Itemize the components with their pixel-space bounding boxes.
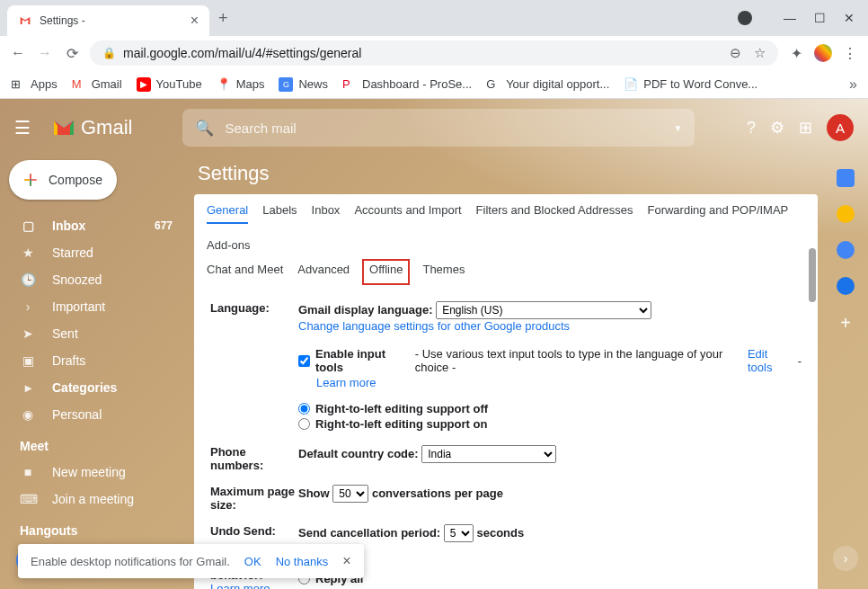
google-icon: G	[486, 77, 500, 92]
bookmark-dashboard[interactable]: PDashboard - ProSe...	[342, 77, 472, 92]
display-language-select[interactable]: English (US)	[436, 301, 651, 319]
tab-inbox[interactable]: Inbox	[312, 203, 341, 224]
news-icon: G	[279, 77, 293, 92]
close-window-button[interactable]: ✕	[844, 11, 855, 25]
sidebar-join-meeting[interactable]: ⌨Join a meeting	[0, 486, 182, 513]
apps-icon: ⊞	[11, 77, 25, 92]
rtl-off-radio[interactable]	[298, 403, 310, 415]
bookmarks-overflow[interactable]: »	[849, 76, 857, 93]
settings-tabs: General Labels Inbox Accounts and Import…	[194, 194, 818, 257]
support-icon[interactable]: ?	[747, 119, 756, 138]
learn-more-link[interactable]: Learn more	[316, 376, 376, 389]
tab-advanced[interactable]: Advanced	[297, 263, 350, 281]
sidebar-item-sent[interactable]: ➤Sent	[0, 320, 182, 347]
contacts-icon[interactable]	[837, 277, 855, 295]
pdf-icon: 📄	[624, 77, 638, 92]
toast-close-icon[interactable]: ×	[342, 553, 350, 569]
clock-icon: 🕒	[20, 272, 36, 287]
enable-input-tools-checkbox[interactable]	[298, 355, 310, 367]
bookmark-pdf[interactable]: 📄PDF to Word Conve...	[624, 77, 757, 92]
change-lang-link[interactable]: Change language settings for other Googl…	[298, 319, 570, 333]
important-icon: ›	[20, 299, 36, 314]
gmail-favicon	[18, 13, 32, 28]
sidebar-item-starred[interactable]: ★Starred	[0, 239, 182, 266]
sidebar-item-categories[interactable]: ▸Categories	[0, 374, 182, 401]
gmail-sidebar: Compose ▢Inbox677 ★Starred 🕒Snoozed ›Imp…	[0, 156, 182, 589]
sidebar-item-snoozed[interactable]: 🕒Snoozed	[0, 266, 182, 293]
tab-title: Settings -	[40, 14, 183, 27]
tab-addons[interactable]: Add-ons	[207, 238, 250, 257]
tab-general[interactable]: General	[207, 203, 248, 224]
chrome-menu-icon[interactable]: ⋮	[841, 44, 859, 62]
sidebar-new-meeting[interactable]: ■New meeting	[0, 459, 182, 486]
tab-themes[interactable]: Themes	[422, 263, 465, 281]
edit-tools-link[interactable]: Edit tools	[748, 347, 793, 374]
back-button[interactable]: ←	[9, 44, 27, 62]
gmail-header: ☰ Gmail 🔍 ▼ ? ⚙ ⊞ A	[0, 99, 868, 156]
toast-ok-button[interactable]: OK	[244, 555, 261, 568]
bookmark-youtube[interactable]: ▶YouTube	[137, 77, 202, 92]
search-input[interactable]	[225, 120, 662, 136]
browser-tab[interactable]: Settings - ×	[7, 5, 209, 36]
bookmark-gmail[interactable]: MGmail	[72, 77, 122, 92]
bookmark-maps[interactable]: 📍Maps	[217, 77, 265, 92]
minimize-button[interactable]: —	[784, 11, 796, 25]
profile-avatar[interactable]	[814, 44, 832, 62]
add-addon-icon[interactable]: +	[840, 313, 851, 334]
new-tab-button[interactable]: +	[218, 9, 228, 28]
sidebar-item-important[interactable]: ›Important	[0, 293, 182, 320]
main-menu-icon[interactable]: ☰	[14, 117, 36, 138]
sidebar-item-inbox[interactable]: ▢Inbox677	[0, 212, 182, 239]
toast-no-button[interactable]: No thanks	[276, 555, 329, 568]
maximize-button[interactable]: ☐	[814, 11, 826, 25]
settings-card: General Labels Inbox Accounts and Import…	[194, 194, 818, 589]
pinterest-icon: P	[342, 77, 357, 92]
page-size-select[interactable]: 50	[332, 485, 368, 503]
tab-accounts[interactable]: Accounts and Import	[354, 203, 461, 224]
browser-tab-strip: Settings - × + — ☐ ✕	[0, 0, 868, 36]
search-options-icon[interactable]: ▼	[674, 123, 683, 133]
bookmarks-bar: ⊞Apps MGmail ▶YouTube 📍Maps GNews PDashb…	[0, 70, 868, 99]
tab-forwarding[interactable]: Forwarding and POP/IMAP	[647, 203, 788, 224]
keyboard-icon: ⌨	[20, 492, 36, 506]
youtube-icon: ▶	[137, 77, 151, 92]
settings-gear-icon[interactable]: ⚙	[770, 118, 784, 138]
phone-label: Phone numbers:	[210, 445, 298, 472]
undo-period-select[interactable]: 5	[444, 524, 474, 542]
zoom-icon[interactable]: ⊖	[730, 45, 741, 61]
bookmark-news[interactable]: GNews	[279, 77, 328, 92]
keep-icon[interactable]	[837, 205, 855, 223]
compose-button[interactable]: Compose	[9, 160, 117, 200]
country-code-select[interactable]: India	[421, 445, 556, 463]
search-icon: 🔍	[195, 119, 214, 138]
apps-grid-icon[interactable]: ⊞	[799, 118, 812, 138]
star-icon[interactable]: ☆	[754, 45, 766, 61]
forward-button[interactable]: →	[36, 44, 54, 62]
star-icon: ★	[20, 245, 36, 260]
sidebar-item-drafts[interactable]: ▣Drafts	[0, 347, 182, 374]
tab-filters[interactable]: Filters and Blocked Addresses	[476, 203, 633, 224]
calendar-icon[interactable]	[837, 169, 855, 187]
bookmark-apps[interactable]: ⊞Apps	[11, 77, 58, 92]
tab-labels[interactable]: Labels	[262, 203, 297, 224]
tasks-icon[interactable]	[837, 241, 855, 259]
account-avatar[interactable]: A	[827, 114, 854, 141]
scrollbar[interactable]	[809, 248, 816, 302]
address-bar-row: ← → ⟳ 🔒 mail.google.com/mail/u/4/#settin…	[0, 36, 868, 70]
tab-offline[interactable]: Offline	[362, 259, 410, 285]
reload-button[interactable]: ⟳	[63, 44, 81, 62]
bookmark-digital[interactable]: GYour digital opport...	[486, 77, 609, 92]
sidebar-item-personal[interactable]: ◉Personal	[0, 401, 182, 428]
tab-chat-meet[interactable]: Chat and Meet	[207, 263, 283, 281]
drafts-icon: ▣	[20, 353, 36, 368]
expand-panel-icon[interactable]: ›	[833, 546, 858, 571]
address-bar[interactable]: 🔒 mail.google.com/mail/u/4/#settings/gen…	[90, 40, 778, 66]
reply-learn-more-link[interactable]: Learn more	[210, 582, 270, 589]
rtl-on-radio[interactable]	[298, 418, 310, 430]
compose-plus-icon	[22, 171, 40, 189]
label-icon: ◉	[20, 407, 36, 422]
close-tab-icon[interactable]: ×	[190, 13, 199, 29]
extensions-icon[interactable]: ✦	[787, 44, 805, 62]
gmail-logo[interactable]: Gmail	[52, 116, 132, 139]
search-bar[interactable]: 🔍 ▼	[182, 109, 695, 147]
